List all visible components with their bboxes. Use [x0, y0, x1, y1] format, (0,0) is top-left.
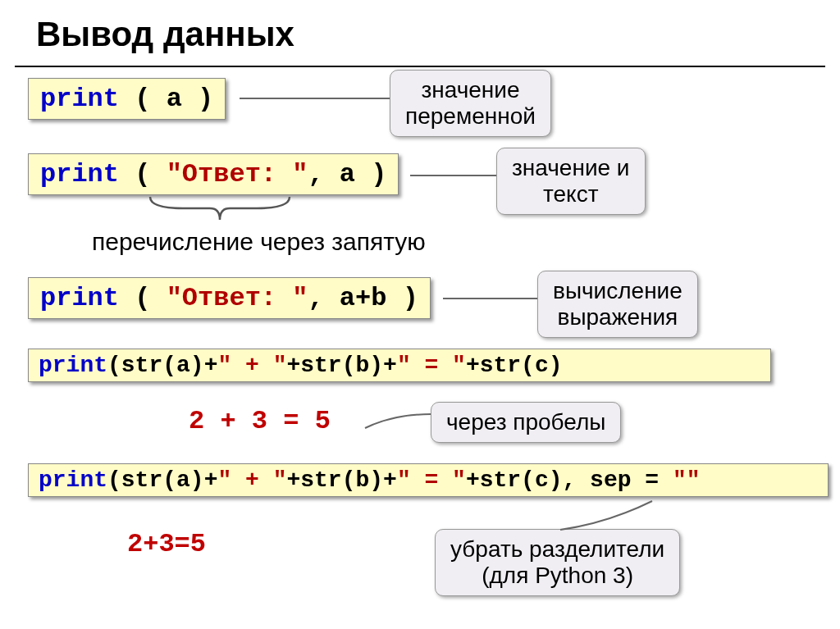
leader-1	[240, 98, 390, 99]
callout-value-and-text: значение и текст	[496, 148, 646, 215]
label-enum: перечисление через запятую	[92, 228, 426, 256]
code-print-answer-a: print ( "Ответ: ", a )	[28, 153, 399, 195]
callout-sep: убрать разделители (для Python 3)	[435, 529, 680, 596]
pointer-spaces	[361, 410, 433, 435]
callout-variable-value: значение переменной	[390, 70, 551, 137]
divider	[15, 66, 825, 67]
code-print-answer-ab: print ( "Ответ: ", a+b )	[28, 277, 431, 319]
row-1: print ( a )	[28, 78, 226, 120]
code-print-a: print ( a )	[28, 78, 226, 120]
leader-2	[410, 175, 496, 176]
row-2: print ( "Ответ: ", a )	[28, 153, 399, 195]
row-4: print(str(a)+" + "+str(b)+" = "+str(c)	[28, 349, 771, 382]
expression-spaced: 2 + 3 = 5	[189, 406, 331, 436]
callout-compute-expr: вычисление выражения	[537, 271, 698, 338]
row-5: print(str(a)+" + "+str(b)+" = "+str(c), …	[28, 463, 829, 497]
code-print-str-concat: print(str(a)+" + "+str(b)+" = "+str(c)	[28, 349, 771, 382]
expression-nospace: 2+3=5	[127, 529, 206, 559]
row-3: print ( "Ответ: ", a+b )	[28, 277, 431, 319]
leader-3	[443, 298, 537, 299]
brace-icon	[146, 195, 294, 223]
callout-spaces: через пробелы	[431, 402, 621, 443]
page-title: Вывод данных	[36, 15, 840, 54]
pointer-sep	[558, 499, 656, 531]
code-print-sep: print(str(a)+" + "+str(b)+" = "+str(c), …	[28, 463, 829, 497]
